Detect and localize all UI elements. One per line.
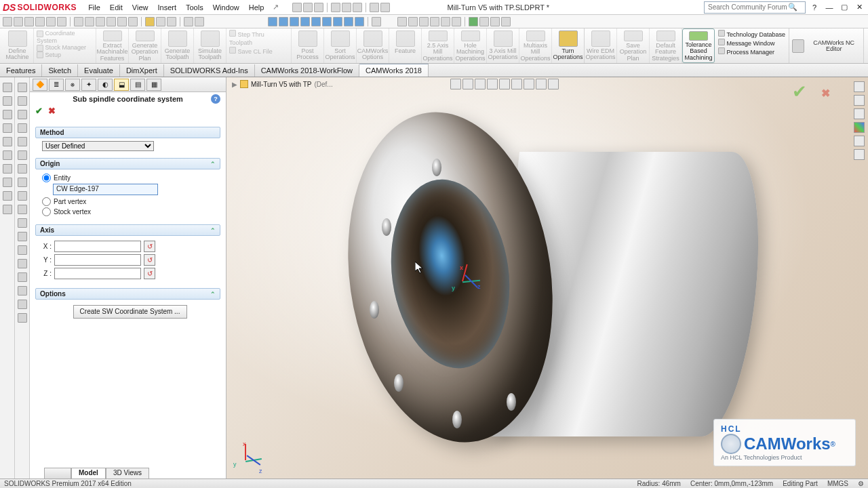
qat-print-icon[interactable]	[331, 3, 340, 12]
micro-icon[interactable]	[3, 164, 12, 174]
qat-rebuild-icon[interactable]	[370, 3, 379, 12]
qat-icon[interactable]	[96, 17, 105, 26]
tab-sketch[interactable]: Sketch	[42, 64, 78, 77]
micro-icon[interactable]	[18, 137, 27, 146]
menu-insert[interactable]: Insert	[153, 2, 181, 13]
rib-simulate-toolpath[interactable]: Simulate Toolpath	[194, 28, 226, 63]
rib-wire-edm[interactable]: Wire EDM Operations	[585, 28, 617, 63]
pm-tab-icon[interactable]: ≣	[49, 79, 64, 91]
origin-stockvertex-radio-input[interactable]	[42, 207, 51, 216]
right-icon[interactable]	[854, 108, 865, 119]
part-model[interactable]: x y z	[301, 104, 694, 470]
axis-x-flip-icon[interactable]: ↺	[144, 241, 155, 252]
qat-icon[interactable]	[128, 17, 138, 26]
menu-help[interactable]: Help	[244, 2, 269, 13]
section-axis-header[interactable]: Axis ⌃	[35, 224, 220, 236]
rib-extract-features[interactable]: Extract Machinable Features	[96, 28, 129, 63]
micro-icon[interactable]	[18, 245, 27, 255]
rib-post-process[interactable]: Post Process	[292, 28, 324, 63]
vp-scene-icon[interactable]	[511, 79, 522, 89]
origin-entity-radio-input[interactable]	[42, 174, 51, 182]
vp-config-icon[interactable]	[548, 79, 559, 89]
section-origin-header[interactable]: Origin ⌃	[35, 158, 220, 169]
vp-zoom-icon[interactable]	[450, 79, 461, 89]
micro-icon[interactable]	[3, 178, 12, 187]
micro-icon[interactable]	[18, 313, 27, 323]
micro-icon[interactable]	[18, 110, 27, 119]
axis-x-input[interactable]	[54, 241, 141, 252]
viewport-reject-icon[interactable]: ✖	[821, 87, 830, 100]
rib-tolerance-machining[interactable]: Tolerance Based Machining	[682, 28, 715, 63]
qat-save-icon[interactable]	[314, 3, 323, 12]
qat-icon[interactable]	[408, 17, 418, 26]
vp-display-icon[interactable]	[499, 79, 510, 89]
right-icon[interactable]	[854, 81, 865, 92]
menu-file[interactable]: File	[83, 2, 105, 13]
rib-sort-ops[interactable]: Sort Operations	[324, 28, 357, 63]
micro-icon[interactable]	[18, 191, 27, 201]
axis-y-flip-icon[interactable]: ↺	[144, 254, 155, 266]
micro-icon[interactable]	[3, 205, 12, 214]
right-icon[interactable]	[854, 149, 865, 160]
panel-help-icon[interactable]: ?	[211, 94, 220, 104]
qat-undo-icon[interactable]	[342, 3, 351, 12]
rib-25axis-mill[interactable]: 2.5 Axis Mill Operations	[422, 28, 454, 63]
rib-multiaxis-mill[interactable]: Multiaxis Mill Operations	[519, 28, 552, 63]
qat-icon[interactable]	[355, 17, 364, 26]
micro-icon[interactable]	[3, 123, 12, 133]
bottom-tab-model[interactable]: Model	[71, 468, 106, 479]
qat-icon[interactable]	[430, 17, 439, 26]
micro-icon[interactable]	[18, 218, 27, 228]
search-icon[interactable]: 🔍	[788, 3, 797, 12]
qat-icon[interactable]	[419, 17, 429, 26]
search-box[interactable]: 🔍	[704, 1, 806, 14]
rib-generate-toolpath[interactable]: Generate Toolpath	[161, 28, 194, 63]
pm-tab-icon[interactable]: ▦	[146, 79, 161, 91]
window-close-icon[interactable]: ✕	[853, 1, 865, 14]
pm-tab-icon[interactable]: ▤	[130, 79, 145, 91]
micro-icon[interactable]	[3, 137, 12, 146]
origin-entity-value[interactable]: CW Edge-197	[53, 184, 158, 195]
qat-icon[interactable]	[156, 17, 165, 26]
status-gear-icon[interactable]: ⚙	[858, 480, 864, 487]
qat-icon[interactable]	[106, 17, 116, 26]
tab-sw-addins[interactable]: SOLIDWORKS Add-Ins	[164, 64, 255, 77]
micro-icon[interactable]	[18, 205, 27, 214]
tab-dimxpert[interactable]: DimXpert	[120, 64, 164, 77]
rib-save-opplan[interactable]: Save Operation Plan	[617, 28, 650, 63]
qat-icon[interactable]	[46, 17, 56, 26]
collapse-icon[interactable]: ⌃	[210, 161, 216, 167]
qat-icon[interactable]	[452, 17, 461, 26]
rib-nc-editor[interactable]: CAMWorks NC Editor	[789, 28, 864, 63]
micro-icon[interactable]	[18, 83, 27, 92]
qat-icon[interactable]	[195, 17, 204, 26]
micro-icon[interactable]	[18, 232, 27, 241]
menubar-pin-icon[interactable]: ↗	[273, 3, 279, 12]
micro-icon[interactable]	[3, 83, 12, 92]
menu-edit[interactable]: Edit	[105, 2, 127, 13]
window-restore-icon[interactable]: ▢	[838, 1, 850, 14]
micro-icon[interactable]	[18, 300, 27, 309]
rib-define-machine[interactable]: Define Machine	[1, 28, 34, 63]
tab-evaluate[interactable]: Evaluate	[78, 64, 120, 77]
panel-ok-icon[interactable]: ✔	[35, 106, 43, 116]
search-input[interactable]	[707, 3, 788, 12]
qat-icon[interactable]	[372, 17, 381, 26]
pm-tab-icon[interactable]: ⎈	[65, 79, 80, 91]
pm-tab-icon[interactable]: ◐	[98, 79, 113, 91]
motion-spinner[interactable]	[44, 468, 71, 479]
rib-generate-opplan[interactable]: Generate Operation Plan	[129, 28, 161, 63]
status-units[interactable]: MMGS	[827, 480, 848, 487]
rib-techdb-group[interactable]: Technology Database Message Window Proce…	[715, 28, 789, 63]
origin-partvertex-radio[interactable]: Part vertex	[42, 197, 218, 206]
pm-tab-icon[interactable]: ✦	[81, 79, 96, 91]
collapse-icon[interactable]: ⌃	[210, 227, 216, 234]
tab-camworks-workflow[interactable]: CAMWorks 2018-WorkFlow	[255, 64, 359, 77]
window-minimize-icon[interactable]: —	[823, 1, 835, 14]
collapse-icon[interactable]: ⌃	[210, 291, 216, 298]
rib-hole-machining[interactable]: Hole Machining Operations	[454, 28, 487, 63]
help-icon[interactable]: ?	[808, 1, 821, 14]
qat-icon[interactable]	[74, 17, 83, 26]
rib-feature[interactable]: Feature	[389, 28, 422, 63]
axis-y-input[interactable]	[54, 254, 141, 266]
